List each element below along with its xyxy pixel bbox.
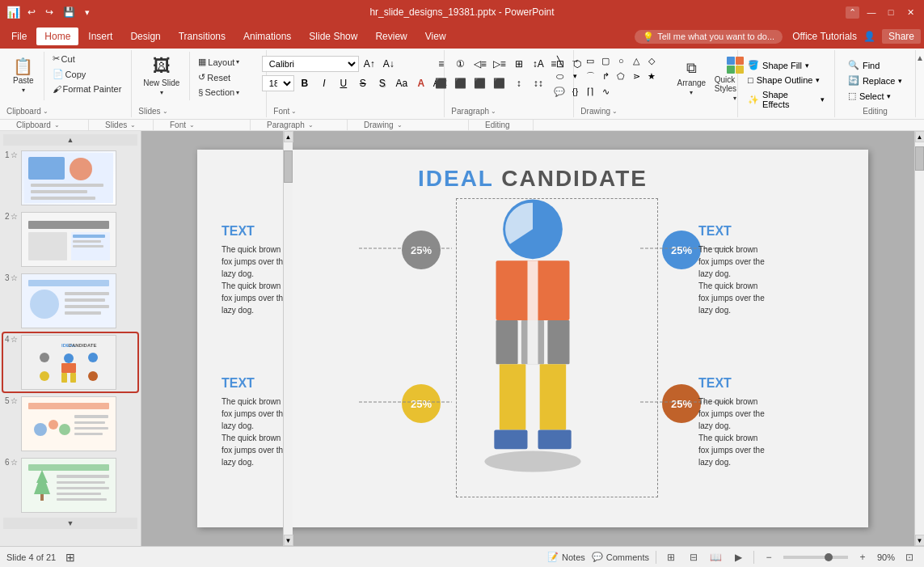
shape-rect[interactable]: ▭ — [583, 53, 597, 68]
increase-indent-btn[interactable]: ▷≡ — [491, 55, 508, 73]
paste-btn[interactable]: 📋 Paste ▾ — [6, 52, 40, 100]
scroll-up-btn[interactable]: ▲ — [284, 131, 293, 142]
new-slide-btn[interactable]: 🖼 New Slide ▾ — [138, 52, 184, 100]
replace-arrow[interactable]: ▾ — [898, 77, 902, 85]
shape-line[interactable]: ╲ — [552, 53, 567, 68]
font-increase-btn[interactable]: A↑ — [361, 55, 378, 73]
right-scroll-down-btn[interactable]: ▼ — [915, 535, 925, 546]
align-right-btn[interactable]: ⬛ — [471, 74, 489, 92]
justify-btn[interactable]: ⬛ — [491, 74, 508, 92]
menu-transitions[interactable]: Transitions — [171, 28, 234, 45]
bold-btn[interactable]: B — [296, 74, 314, 92]
reset-btn[interactable]: ↺ Reset — [195, 70, 259, 84]
slide-sorter-btn[interactable]: ⊟ — [686, 549, 702, 565]
slide-thumb-2[interactable] — [21, 212, 116, 267]
line-spacing-btn[interactable]: ↕ — [510, 74, 528, 92]
clipboard-expand-btn[interactable]: ⌄ — [54, 121, 60, 129]
shape-pentagon[interactable]: ⬠ — [614, 69, 628, 83]
shape-arrow[interactable]: → — [567, 53, 582, 68]
slide-item-4[interactable]: 4 ☆ IDEAL CANDIDATE — [3, 333, 137, 391]
office-tutorials-link[interactable]: Office Tutorials — [792, 31, 857, 42]
share-btn[interactable]: Share — [882, 29, 921, 44]
shape-effects-btn[interactable]: ✨ Shape Effects ▾ — [745, 88, 828, 111]
quick-save-btn[interactable]: 💾 — [61, 6, 78, 18]
select-btn[interactable]: ⬚ Select ▾ — [845, 89, 895, 103]
find-btn[interactable]: 🔍 Find — [845, 58, 883, 72]
slide-item-1[interactable]: 1 ☆ — [3, 149, 137, 207]
strikethrough-btn[interactable]: S — [354, 74, 372, 92]
panel-scroll-down[interactable]: ▼ — [3, 518, 137, 529]
shape-star[interactable]: ★ — [644, 69, 659, 83]
menu-animations[interactable]: Animations — [235, 28, 299, 45]
redo-btn[interactable]: ↪ — [43, 6, 56, 18]
shape-outline-arrow[interactable]: ▾ — [816, 76, 820, 84]
shape-curved-line[interactable]: ⌒ — [583, 69, 597, 83]
font-expand-icon[interactable]: ⌄ — [291, 108, 297, 115]
shape-outline-btn[interactable]: □ Shape Outline ▾ — [745, 74, 823, 87]
shape-cylinder[interactable]: ⬭ — [552, 69, 567, 83]
slide-thumb-1[interactable] — [21, 150, 116, 205]
font-color-btn[interactable]: A — [412, 74, 430, 92]
numbered-btn[interactable]: ① — [452, 55, 470, 73]
clipboard-expand-icon[interactable]: ⌄ — [43, 108, 49, 115]
slideshow-view-btn[interactable]: ▶ — [731, 549, 747, 565]
normal-view-btn[interactable]: ⊞ — [663, 549, 679, 565]
font-expand-btn[interactable]: ⌄ — [189, 121, 195, 129]
paragraph-expand-btn[interactable]: ⌄ — [308, 121, 314, 129]
shadow-btn[interactable]: S — [373, 74, 391, 92]
shape-bracket[interactable]: {} — [567, 84, 582, 99]
slides-expand-btn[interactable]: ⌄ — [130, 121, 136, 129]
right-scroll-thumb[interactable] — [915, 146, 924, 171]
shape-circle[interactable]: ○ — [614, 53, 628, 68]
slide-item-2[interactable]: 2 ☆ — [3, 210, 137, 269]
slide-thumb-3[interactable] — [21, 273, 116, 328]
scroll-down-btn[interactable]: ▼ — [284, 535, 293, 546]
menu-slideshow[interactable]: Slide Show — [301, 28, 365, 45]
shape-rounded-rect[interactable]: ▢ — [598, 53, 613, 68]
shape-brace[interactable]: ⌈⌉ — [583, 84, 597, 99]
font-family-select[interactable]: Calibri — [262, 56, 359, 72]
cut-btn[interactable]: ✂ Cut — [49, 52, 125, 66]
zoom-in-btn[interactable]: + — [854, 549, 871, 565]
shape-fill-arrow[interactable]: ▾ — [805, 61, 809, 70]
shape-bent-arrow[interactable]: ↱ — [598, 69, 613, 83]
shape-more[interactable]: ▾ — [567, 69, 582, 83]
drawing-expand-btn[interactable]: ⌄ — [397, 121, 403, 129]
zoom-out-btn[interactable]: − — [761, 549, 777, 565]
font-decrease-btn[interactable]: A↓ — [380, 55, 398, 73]
slide-item-5[interactable]: 5 ☆ — [3, 395, 137, 453]
minimize-btn[interactable]: — — [864, 5, 879, 19]
menu-insert[interactable]: Insert — [80, 28, 120, 45]
paragraph-spacing-btn[interactable]: ↕↕ — [530, 74, 547, 92]
shape-wave[interactable]: ∿ — [598, 84, 613, 99]
search-box[interactable]: 💡 Tell me what you want to do... — [635, 30, 783, 44]
text-direction-btn[interactable]: ↕A — [530, 55, 547, 73]
shape-diamond[interactable]: ◇ — [644, 53, 659, 68]
decrease-indent-btn[interactable]: ◁≡ — [471, 55, 489, 73]
reading-view-btn[interactable]: 📖 — [708, 549, 724, 565]
font-size-select[interactable]: 18 — [262, 75, 294, 91]
shape-chevron[interactable]: ⋗ — [629, 69, 643, 83]
ribbon-toggle-btn[interactable]: ⌃ — [846, 6, 859, 19]
layout-btn[interactable]: ▦ Layout ▾ — [195, 55, 259, 69]
menu-design[interactable]: Design — [122, 28, 168, 45]
slides-expand-icon[interactable]: ⌄ — [162, 108, 168, 115]
shape-triangle[interactable]: △ — [629, 53, 643, 68]
slide-item-3[interactable]: 3 ☆ — [3, 272, 137, 330]
notes-btn[interactable]: 📝 Notes — [547, 552, 585, 562]
format-painter-btn[interactable]: 🖌 Format Painter — [49, 83, 125, 95]
copy-btn[interactable]: 📄 Copy — [49, 67, 125, 81]
select-arrow[interactable]: ▾ — [887, 92, 891, 100]
menu-home[interactable]: Home — [36, 28, 78, 45]
zoom-slider[interactable] — [783, 556, 848, 559]
scroll-track-v[interactable] — [284, 142, 293, 535]
change-case-btn[interactable]: Aa — [393, 74, 411, 92]
slide-thumb-6[interactable] — [21, 458, 116, 513]
align-left-btn[interactable]: ⬛ — [432, 74, 450, 92]
paste-dropdown-arrow[interactable]: ▾ — [22, 87, 25, 94]
undo-btn[interactable]: ↩ — [25, 6, 38, 18]
comments-btn[interactable]: 💬 Comments — [592, 552, 649, 562]
slide-item-6[interactable]: 6 ☆ — [3, 456, 137, 514]
bullets-btn[interactable]: ≡ — [432, 55, 450, 73]
drawing-expand-icon[interactable]: ⌄ — [612, 108, 618, 115]
